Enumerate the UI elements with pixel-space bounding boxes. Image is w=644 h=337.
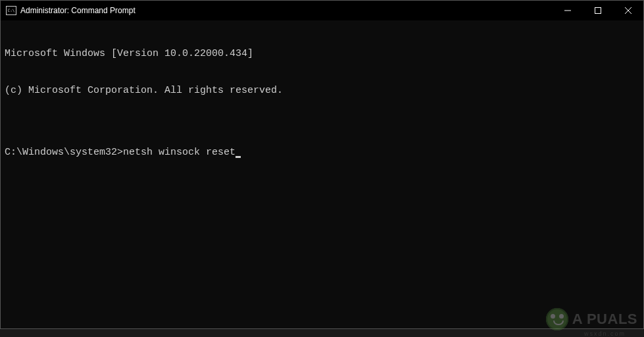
minimize-button[interactable] <box>553 1 583 20</box>
command-prompt-window: C:\ Administrator: Command Prompt Micros… <box>0 0 644 329</box>
window-title: Administrator: Command Prompt <box>20 6 136 15</box>
maximize-button[interactable] <box>583 1 613 20</box>
cmd-icon: C:\ <box>6 6 16 15</box>
minimize-icon <box>564 7 571 14</box>
close-icon <box>625 7 632 14</box>
window-controls <box>553 1 643 20</box>
terminal-area[interactable]: Microsoft Windows [Version 10.0.22000.43… <box>1 20 643 328</box>
close-button[interactable] <box>613 1 643 20</box>
version-line: Microsoft Windows [Version 10.0.22000.43… <box>5 48 639 61</box>
prompt-line: C:\Windows\system32>netsh winsock reset <box>5 147 639 159</box>
cmd-icon-label: C:\ <box>8 9 15 13</box>
titlebar-left: C:\ Administrator: Command Prompt <box>1 6 136 15</box>
watermark-subtext: wsxdn.com <box>584 330 626 337</box>
typed-command: netsh winsock reset <box>123 147 235 158</box>
copyright-line: (c) Microsoft Corporation. All rights re… <box>5 85 639 97</box>
prompt-path: C:\Windows\system32> <box>5 147 123 158</box>
svg-rect-1 <box>595 8 601 14</box>
text-cursor <box>235 156 241 158</box>
maximize-icon <box>595 7 601 14</box>
titlebar[interactable]: C:\ Administrator: Command Prompt <box>1 1 643 20</box>
